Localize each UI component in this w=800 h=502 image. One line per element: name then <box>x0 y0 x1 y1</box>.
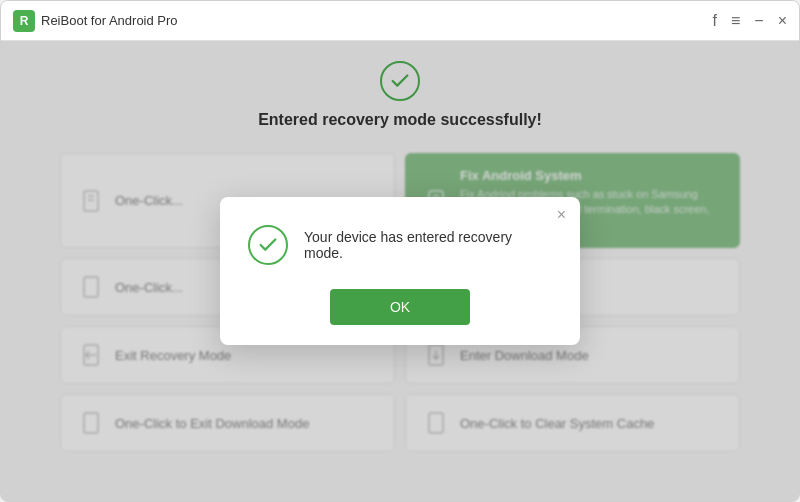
modal-body: Your device has entered recovery mode. <box>220 197 580 285</box>
app-title: ReiBoot for Android Pro <box>41 13 178 28</box>
modal-message: Your device has entered recovery mode. <box>304 229 552 261</box>
modal-ok-button[interactable]: OK <box>330 289 470 325</box>
modal-close-button[interactable]: × <box>557 207 566 223</box>
modal-footer: OK <box>220 285 580 345</box>
modal-overlay: × Your device has entered recovery mode.… <box>1 41 799 501</box>
menu-button[interactable]: ≡ <box>731 13 740 29</box>
modal-dialog: × Your device has entered recovery mode.… <box>220 197 580 345</box>
titlebar: R ReiBoot for Android Pro f ≡ − × <box>1 1 799 41</box>
minimize-button[interactable]: − <box>754 13 763 29</box>
modal-check-icon <box>248 225 288 265</box>
app-window: R ReiBoot for Android Pro f ≡ − × Entere… <box>0 0 800 502</box>
close-button[interactable]: × <box>778 13 787 29</box>
logo-icon: R <box>13 10 35 32</box>
facebook-button[interactable]: f <box>713 13 717 29</box>
main-content: Entered recovery mode successfully! One-… <box>1 41 799 501</box>
titlebar-controls: f ≡ − × <box>713 13 787 29</box>
app-logo: R ReiBoot for Android Pro <box>13 10 178 32</box>
